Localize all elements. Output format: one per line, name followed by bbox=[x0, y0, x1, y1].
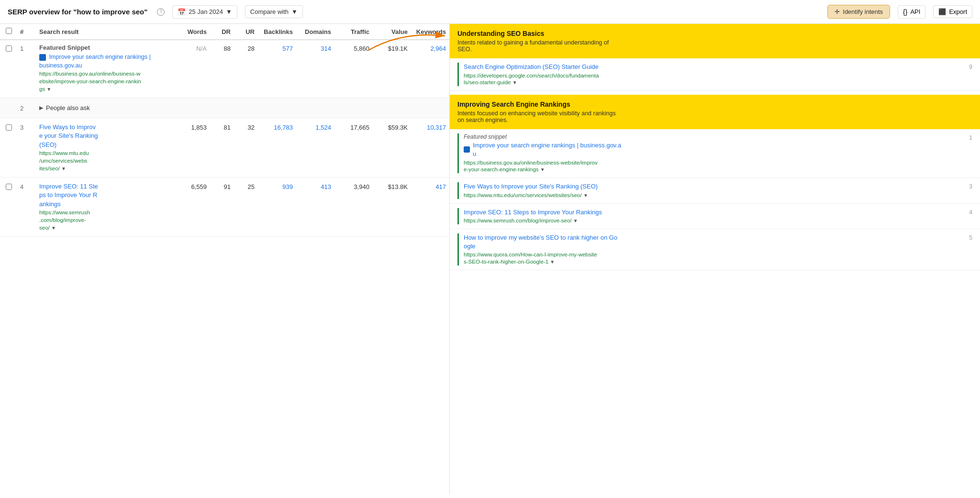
intent-header-2: Improving Search Engine Rankings Intents… bbox=[450, 95, 980, 129]
intent-item: Featured snippet Improve your search eng… bbox=[450, 129, 980, 178]
calendar-icon: 📅 bbox=[178, 8, 186, 16]
chevron-down-icon: ▼ bbox=[291, 8, 298, 15]
intent-section-2: Improving Search Engine Rankings Intents… bbox=[450, 95, 980, 270]
col-keywords: Keywords bbox=[408, 28, 446, 35]
arrow-right-icon: ▶ bbox=[39, 105, 43, 111]
col-traffic: Traffic bbox=[331, 28, 369, 35]
api-button[interactable]: {} API bbox=[898, 5, 925, 19]
intent-item: Search Engine Optimization (SEO) Starter… bbox=[450, 58, 980, 91]
export-icon: ⬛ bbox=[938, 8, 946, 15]
intent-item: Improve SEO: 11 Steps to Improve Your Ra… bbox=[450, 204, 980, 229]
intent-items-2: Featured snippet Improve your search eng… bbox=[450, 129, 980, 270]
col-value: Value bbox=[369, 28, 408, 35]
serp-table: # Search result Words DR UR Backlinks Do… bbox=[0, 24, 450, 495]
intents-panel: Understanding SEO Basics Intents related… bbox=[450, 24, 980, 495]
row-checkbox[interactable] bbox=[6, 182, 20, 191]
intent-items-1: Search Engine Optimization (SEO) Starter… bbox=[450, 58, 980, 91]
intent-item: How to improve my website's SEO to rank … bbox=[450, 229, 980, 270]
header: SERP overview for "how to improve seo" ?… bbox=[0, 0, 980, 24]
api-icon: {} bbox=[903, 8, 907, 16]
favicon bbox=[39, 54, 46, 61]
col-dr: DR bbox=[207, 28, 231, 35]
people-also-ask-row: 2 ▶ People also ask bbox=[0, 98, 449, 118]
col-words: Words bbox=[173, 28, 207, 35]
people-also-ask-label: People also ask bbox=[46, 104, 90, 111]
intent-header-1: Understanding SEO Basics Intents related… bbox=[450, 24, 980, 58]
table-row: 3 Five Ways to Improve your Site's Ranki… bbox=[0, 118, 449, 177]
sparkle-icon: ✛ bbox=[835, 8, 840, 15]
help-icon[interactable]: ? bbox=[157, 8, 165, 16]
intent-section-1: Understanding SEO Basics Intents related… bbox=[450, 24, 980, 91]
identify-intents-button[interactable]: ✛ Identify intents bbox=[827, 5, 890, 19]
row-checkbox[interactable] bbox=[6, 44, 20, 53]
chevron-down-icon: ▼ bbox=[226, 8, 232, 15]
favicon bbox=[464, 146, 470, 153]
col-ur: UR bbox=[231, 28, 255, 35]
row-result-cell: Featured Snippet Improve your search eng… bbox=[39, 44, 173, 93]
table-header: # Search result Words DR UR Backlinks Do… bbox=[0, 24, 449, 40]
row-result-cell: Five Ways to Improve your Site's Ranking… bbox=[39, 123, 173, 172]
table-row: 1 Featured Snippet Improve your search e… bbox=[0, 40, 449, 98]
col-num: # bbox=[20, 28, 39, 35]
col-domains: Domains bbox=[293, 28, 331, 35]
compare-with-button[interactable]: Compare with ▼ bbox=[245, 5, 303, 18]
row-result-cell: Improve SEO: 11 Steps to Improve Your Ra… bbox=[39, 182, 173, 232]
table-row: 4 Improve SEO: 11 Steps to Improve Your … bbox=[0, 177, 449, 237]
main-content: # Search result Words DR UR Backlinks Do… bbox=[0, 24, 980, 495]
page-title: SERP overview for "how to improve seo" bbox=[8, 8, 147, 16]
intent-item: Five Ways to Improve your Site's Ranking… bbox=[450, 178, 980, 203]
date-button[interactable]: 📅 25 Jan 2024 ▼ bbox=[172, 5, 237, 19]
col-search-result: Search result bbox=[39, 28, 173, 35]
checkbox-header[interactable] bbox=[6, 28, 20, 35]
col-backlinks: Backlinks bbox=[255, 28, 293, 35]
export-button[interactable]: ⬛ Export bbox=[933, 5, 972, 18]
row-checkbox[interactable] bbox=[6, 123, 20, 132]
